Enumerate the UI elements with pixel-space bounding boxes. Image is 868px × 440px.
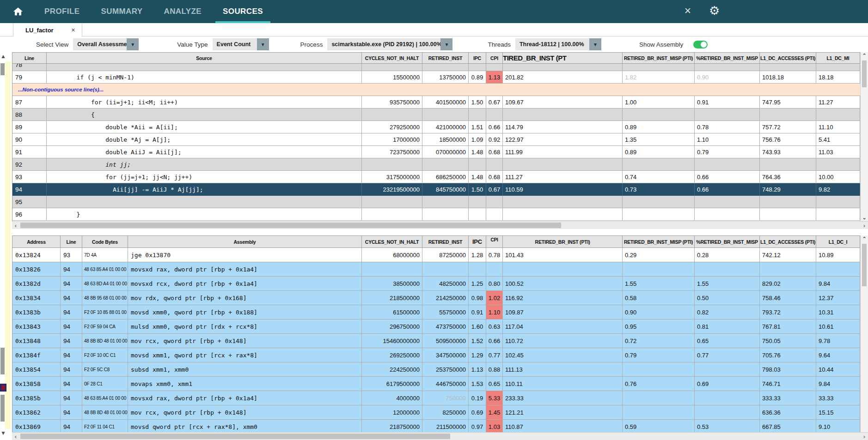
scrollbar-thumb[interactable] <box>862 244 867 286</box>
gear-icon[interactable]: ⚙ <box>709 4 720 18</box>
cell <box>503 208 623 220</box>
scroll-down-icon[interactable]: ▼ <box>0 430 6 436</box>
col-header-CPI[interactable]: CPI <box>486 236 503 247</box>
assembly-row[interactable]: 0x1383b94F2 0F 10 85 88 01 00 00movsd xm… <box>12 305 860 319</box>
assembly-row[interactable]: 0x138629448 8B 8D 48 01 00 00mov rcx, qw… <box>12 405 860 420</box>
nav-tab-sources[interactable]: SOURCES <box>223 0 263 23</box>
rail-scroll-thumb[interactable] <box>0 395 5 422</box>
select-view-dropdown[interactable]: Overall Assessment ▼ <box>73 38 139 50</box>
assembly-row[interactable]: 0x138489448 8B 8D 48 01 00 00mov rcx, qw… <box>12 334 860 348</box>
col-header-Source[interactable]: Source <box>47 53 362 63</box>
hotspot-marker[interactable] <box>0 384 6 392</box>
tab-lu-factor[interactable]: LU_factor ✕ <box>13 24 82 36</box>
assembly-row[interactable]: 0x138349448 8B 95 68 01 00 00mov rdx, qw… <box>12 291 860 305</box>
col-header-Code-Bytes[interactable]: Code Bytes <box>82 236 128 247</box>
home-icon[interactable] <box>13 6 23 17</box>
cell: 214250000 <box>422 291 469 305</box>
source-row[interactable]: 93 for (jj=j+1; jj<N; jj++)3175000000686… <box>12 171 860 183</box>
col-header-TIRED-BR-INST-PT[interactable]: TIRED_BR_INST (PT <box>503 53 623 63</box>
cell <box>695 64 760 71</box>
source-vertical-scrollbar[interactable]: ⌃ ⌄ <box>860 52 868 221</box>
source-row[interactable]: 90 double *Aj = A[j];17000000185000001.0… <box>12 133 860 146</box>
assembly-row[interactable]: 0x138269448 63 85 A4 01 00 00movsxd rax,… <box>12 262 860 277</box>
cell: 0.79 <box>623 348 695 362</box>
scroll-down-icon[interactable]: ⌄ <box>861 215 868 221</box>
threads-dropdown[interactable]: Thread-18112 | 100.00% ▼ <box>515 38 601 50</box>
scrollbar-thumb[interactable] <box>862 60 867 87</box>
col-header-Line[interactable]: Line <box>61 236 82 247</box>
scroll-right-icon[interactable]: › <box>861 222 868 229</box>
source-horizontal-scrollbar[interactable]: ‹ › <box>12 221 868 229</box>
scrollbar-thumb[interactable] <box>20 434 450 439</box>
cell <box>486 196 503 208</box>
assembly-vertical-scrollbar[interactable]: ⌃ <box>860 235 868 432</box>
nav-tab-profile[interactable]: PROFILE <box>44 0 79 23</box>
col-header-CPI[interactable]: CPI <box>486 53 503 63</box>
cell: 48250000 <box>422 277 469 290</box>
close-icon[interactable]: ✕ <box>684 6 691 16</box>
col-header-Address[interactable]: Address <box>12 236 61 247</box>
cell <box>760 158 816 170</box>
cell: 793.72 <box>760 305 816 319</box>
scroll-up-icon[interactable]: ⌃ <box>861 53 868 59</box>
source-code-cell <box>47 64 362 71</box>
scroll-left-icon[interactable]: ‹ <box>12 222 19 229</box>
show-assembly-toggle[interactable] <box>693 41 708 48</box>
source-row[interactable]: 79 if (j < minMN-1)15500000137500000.891… <box>12 71 860 84</box>
source-row[interactable]: 89 double *Aii = A[ii];27925000042100000… <box>12 121 860 133</box>
cell <box>816 262 860 276</box>
col-header-RETIRED-INST[interactable]: RETIRED_INST <box>422 236 469 247</box>
address-cell: 0x13843 <box>12 319 61 333</box>
scrollbar-thumb[interactable] <box>20 223 561 228</box>
nav-tab-analyze[interactable]: ANALYZE <box>164 0 202 23</box>
col-header-L1-DC-MI[interactable]: L1_DC_MI <box>816 53 860 63</box>
source-row[interactable]: 96 } <box>12 208 860 221</box>
source-row[interactable]: 91 double AiiJ = Aii[j];7237500000700000… <box>12 146 860 158</box>
col-header-L1-DC-I[interactable]: L1_DC_I <box>816 236 860 247</box>
scroll-up-icon[interactable]: ▲ <box>0 53 6 60</box>
col-header-L1-DC-ACCESSES-PTI-[interactable]: L1_DC_ACCESSES (PTI) <box>760 53 816 63</box>
cell: 0.65 <box>695 334 760 348</box>
source-row[interactable]: 94 Aii[jj] -= AiiJ * Aj[jj];232195000008… <box>12 183 860 196</box>
assembly-row[interactable]: 0x1384f94F2 0F 10 0C C1movsd xmm1, qword… <box>12 348 860 362</box>
rail-scroll-thumb[interactable] <box>0 348 5 374</box>
top-nav-bar: PROFILE SUMMARY ANALYZE SOURCES ✕ ⚙ <box>0 0 868 23</box>
assembly-row[interactable]: 0x1385494F2 0F 5C C8subsd xmm1, xmm02242… <box>12 362 860 377</box>
value-type-dropdown[interactable]: Event Count ▼ <box>213 38 269 50</box>
col-header-CYCLES-NOT-IN-HALT[interactable]: CYCLES_NOT_IN_HALT <box>362 53 422 63</box>
col-header-%RETIRED-BR-INST-MISP[interactable]: %RETIRED_BR_INST_MISP <box>695 236 760 247</box>
nav-tab-summary[interactable]: SUMMARY <box>101 0 142 23</box>
process-dropdown[interactable]: scimarkstable.exe (PID 29192) | 100.00% … <box>327 38 452 50</box>
col-header-IPC[interactable]: IPC <box>469 236 486 247</box>
cell: 1.09 <box>469 133 486 145</box>
assembly-row[interactable]: 0x13824937D 4Ajge 0x13870680000008725000… <box>12 248 860 262</box>
col-header-L1-DC-ACCESSES-PTI-[interactable]: L1_DC_ACCESSES (PTI) <box>760 236 816 247</box>
assembly-row[interactable]: 0x1384394F2 0F 59 04 CAmulsd xmm0, qword… <box>12 319 860 334</box>
assembly-row[interactable]: 0x1385b9448 63 85 A4 01 00 00movsxd rax,… <box>12 391 860 405</box>
col-header-RETIRED-BR-INST-MISP-PTI-[interactable]: RETIRED_BR_INST_MISP (PTI) <box>623 236 695 247</box>
assembly-row[interactable]: 0x1386994F2 0F 11 04 C1movsd qword ptr [… <box>12 420 860 432</box>
col-header-RETIRED-INST[interactable]: RETIRED_INST <box>422 53 469 63</box>
source-row[interactable]: 87 for (ii=j+1; ii<M; ii++)9357500004015… <box>12 96 860 108</box>
scroll-up-icon[interactable]: ⌃ <box>861 236 868 242</box>
col-header-Assembly[interactable]: Assembly <box>128 236 362 247</box>
col-header-RETIRED-BR-INST-PTI-[interactable]: RETIRED_BR_INST (PTI) <box>503 236 623 247</box>
assembly-row[interactable]: 0x1382d9448 63 8D A4 01 00 00movsxd rcx,… <box>12 277 860 291</box>
rail-scroll-thumb[interactable] <box>0 63 5 75</box>
tab-close-icon[interactable]: ✕ <box>71 27 75 33</box>
source-row[interactable]: 88 { <box>12 108 860 121</box>
cell: 1.53 <box>469 377 486 391</box>
col-header-IPC[interactable]: IPC <box>469 53 486 63</box>
col-header-%RETIRED-BR-INST-MISP[interactable]: %RETIRED_BR_INST_MISP <box>695 53 760 63</box>
assembly-horizontal-scrollbar[interactable]: ‹ › <box>12 432 868 440</box>
col-header-Line[interactable]: Line <box>12 53 47 63</box>
source-row[interactable]: 95 <box>12 196 860 208</box>
col-header-RETIRED-BR-INST-MISP-PTI-[interactable]: RETIRED_BR_INST_MISP (PTI) <box>623 53 695 63</box>
scroll-right-icon[interactable]: › <box>861 433 868 440</box>
source-row[interactable]: 92 int jj; <box>12 158 860 171</box>
source-row[interactable]: 78 <box>12 64 860 71</box>
assembly-code-cell: movsd xmm0, qword ptr [rbp + 0x188] <box>128 305 362 319</box>
assembly-row[interactable]: 0x13858940F 28 C1movaps xmm0, xmm1617950… <box>12 377 860 391</box>
col-header-CYCLES-NOT-IN-HALT[interactable]: CYCLES_NOT_IN_HALT <box>362 236 422 247</box>
scroll-left-icon[interactable]: ‹ <box>12 433 19 440</box>
